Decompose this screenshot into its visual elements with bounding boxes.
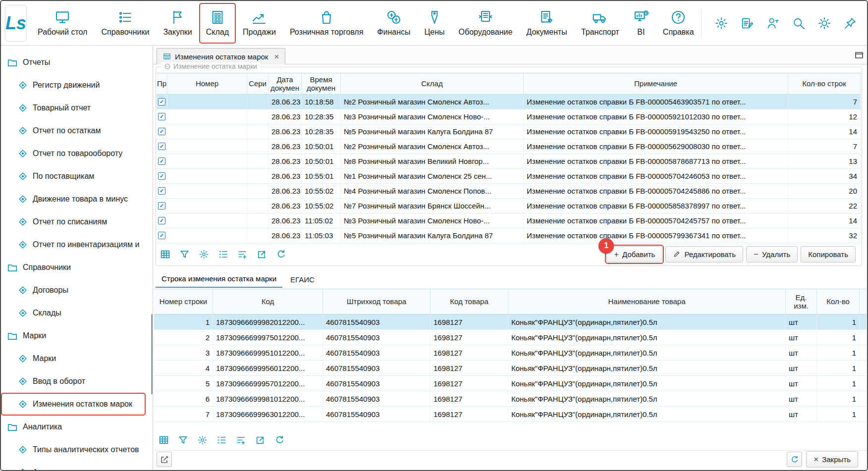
sidebar-item[interactable]: Отчет по списаниям bbox=[1, 210, 153, 233]
toolbar-item-help[interactable]: Справка bbox=[656, 3, 701, 44]
checkbox-cell[interactable]: ✓ bbox=[157, 154, 167, 168]
sidebar-item[interactable]: Товарный отчет bbox=[1, 97, 153, 119]
column-header[interactable]: Время докумен bbox=[302, 73, 341, 94]
sidebar-item[interactable]: Изменения остатков марок bbox=[1, 393, 146, 416]
refresh-button[interactable] bbox=[787, 452, 802, 467]
sidebar-group[interactable]: Аналитика bbox=[1, 416, 153, 438]
toolbar-item-finance[interactable]: Финансы bbox=[370, 3, 417, 44]
table-row[interactable]: ✓28.06.2310:55:01№1 Розничный магазин См… bbox=[157, 169, 861, 184]
topbar-user-icon[interactable] bbox=[766, 16, 780, 30]
sidebar-item[interactable]: Отчет по инвентаризациям и bbox=[1, 233, 153, 256]
settings-icon[interactable] bbox=[199, 249, 209, 260]
table-row[interactable]: 618730966699981012200...4607815540903169… bbox=[154, 391, 867, 407]
topbar-clipboard-icon[interactable] bbox=[740, 16, 754, 30]
table-settings-icon[interactable] bbox=[159, 435, 169, 445]
sidebar-group[interactable]: Отчеты bbox=[1, 51, 153, 74]
topbar-sun-icon[interactable] bbox=[817, 16, 831, 30]
row-checkbox[interactable]: ✓ bbox=[158, 143, 165, 150]
table-row[interactable]: ✓28.06.2310:28:35№3 Розничный магазин См… bbox=[157, 109, 861, 124]
groupbox-legend[interactable]: Изменение остатка марки bbox=[161, 62, 260, 70]
column-header[interactable]: Штрихкод товара bbox=[323, 289, 431, 314]
sidebar-item[interactable]: Регистр движений bbox=[1, 74, 153, 97]
sidebar-item[interactable]: Отчет по товарообороту bbox=[1, 142, 153, 165]
column-header[interactable]: Склад bbox=[341, 73, 524, 94]
sidebar-item[interactable]: Аналитические отчеты bbox=[1, 461, 153, 471]
checkbox-cell[interactable]: ✓ bbox=[157, 139, 167, 154]
table-row[interactable]: ✓28.06.2310:50:01№2 Розничный магазин См… bbox=[157, 139, 861, 154]
column-header[interactable]: Пр bbox=[157, 73, 167, 94]
toolbar-item-equipment[interactable]: Оборудование bbox=[452, 3, 520, 44]
toolbar-item-sales[interactable]: Продажи bbox=[236, 3, 283, 44]
row-checkbox[interactable]: ✓ bbox=[158, 157, 165, 165]
row-checkbox[interactable]: ✓ bbox=[158, 217, 165, 224]
checkbox-cell[interactable]: ✓ bbox=[157, 124, 167, 139]
sidebar-item[interactable]: По поставщикам bbox=[1, 165, 153, 188]
delete-button[interactable]: − Удалить bbox=[746, 246, 798, 262]
table-row[interactable]: ✓28.06.2310:50:01№8 Розничный магазин Ве… bbox=[157, 154, 861, 169]
table-row[interactable]: ✓28.06.2310:18:58№2 Розничный магазин См… bbox=[157, 95, 861, 109]
numbering-icon[interactable] bbox=[218, 249, 228, 260]
filter-icon[interactable] bbox=[178, 435, 188, 445]
sidebar-item[interactable]: Договоры bbox=[1, 279, 153, 302]
toolbar-item-catalogs[interactable]: Справочники bbox=[94, 3, 156, 44]
checkbox-cell[interactable]: ✓ bbox=[157, 95, 167, 109]
column-header[interactable]: Ед. изм. bbox=[786, 289, 817, 314]
column-header[interactable]: Наименование товара bbox=[508, 289, 786, 314]
maximize-icon[interactable] bbox=[854, 50, 864, 60]
sidebar-item[interactable]: Склады bbox=[1, 302, 153, 324]
toolbar-item-documents[interactable]: Документы bbox=[519, 3, 574, 44]
column-header[interactable]: Кол-во строк bbox=[788, 73, 861, 94]
row-checkbox[interactable]: ✓ bbox=[158, 202, 165, 209]
settings-icon[interactable] bbox=[197, 435, 208, 445]
sidebar-item[interactable]: Типы аналитических отчетов bbox=[1, 438, 153, 461]
grouping-icon[interactable] bbox=[236, 435, 246, 445]
row-checkbox[interactable]: ✓ bbox=[158, 187, 165, 195]
table-row[interactable]: ✓28.06.2310:28:35№5 Розничный магазин Ка… bbox=[157, 124, 861, 139]
sidebar-item[interactable]: Отчет по остаткам bbox=[1, 119, 153, 142]
table-row[interactable]: ✓28.06.2310:55:02№7 Розничный магазин Бр… bbox=[157, 199, 861, 213]
grouping-icon[interactable] bbox=[237, 249, 248, 260]
column-header[interactable]: Номер bbox=[167, 73, 247, 94]
sidebar-item[interactable]: Ввод в оборот bbox=[1, 370, 153, 393]
checkbox-cell[interactable]: ✓ bbox=[157, 169, 167, 183]
toolbar-item-prices[interactable]: Цены bbox=[417, 3, 451, 44]
open-external-icon[interactable] bbox=[255, 435, 266, 445]
refresh-icon[interactable] bbox=[274, 435, 285, 445]
column-header[interactable]: Дата докумен bbox=[269, 73, 302, 94]
copy-button[interactable]: Копировать bbox=[801, 246, 856, 262]
table-settings-icon[interactable] bbox=[160, 249, 170, 260]
tab-stroka-izmeneniya[interactable]: Строка изменения остатка марки bbox=[156, 271, 282, 288]
topbar-pin-icon[interactable] bbox=[843, 16, 857, 30]
sidebar-group[interactable]: Марки bbox=[1, 324, 153, 347]
toolbar-item-bi[interactable]: BI bbox=[626, 3, 656, 44]
table-row[interactable]: 418730966699956012200...4607815540903169… bbox=[154, 361, 867, 376]
toolbar-item-warehouse[interactable]: Склад bbox=[199, 3, 236, 44]
column-header[interactable]: Код товара bbox=[431, 289, 508, 314]
table-row[interactable]: ✓28.06.2310:55:02№4 Розничный магазин См… bbox=[157, 184, 861, 199]
open-external-icon[interactable] bbox=[257, 249, 267, 260]
sidebar-scrollbar-thumb[interactable] bbox=[151, 314, 153, 394]
row-checkbox[interactable]: ✓ bbox=[158, 98, 165, 105]
toolbar-item-retail[interactable]: Розничная торговля bbox=[283, 3, 370, 44]
edit-button[interactable]: Редактировать bbox=[665, 246, 743, 262]
toolbar-item-purchases[interactable]: Закупки bbox=[156, 3, 199, 44]
app-logo[interactable]: Ls bbox=[5, 5, 27, 42]
tab-egais[interactable]: ЕГАИС bbox=[284, 272, 321, 288]
row-checkbox[interactable]: ✓ bbox=[158, 172, 165, 180]
column-header[interactable]: Сери bbox=[247, 73, 269, 94]
column-header[interactable]: Примечание bbox=[524, 73, 788, 94]
table-row[interactable]: 718730966699963012200...4607815540903169… bbox=[154, 407, 867, 422]
checkbox-cell[interactable]: ✓ bbox=[157, 109, 167, 124]
collapse-icon[interactable] bbox=[164, 63, 171, 70]
sidebar-item[interactable]: Марки bbox=[1, 347, 153, 370]
checkbox-cell[interactable]: ✓ bbox=[157, 184, 167, 198]
checkbox-cell[interactable]: ✓ bbox=[157, 199, 167, 213]
row-checkbox[interactable]: ✓ bbox=[158, 232, 165, 239]
row-checkbox[interactable]: ✓ bbox=[158, 113, 165, 120]
checkbox-cell[interactable]: ✓ bbox=[157, 213, 167, 228]
table-row[interactable]: 318730966699951012200...4607815540903169… bbox=[154, 345, 867, 361]
filter-icon[interactable] bbox=[179, 249, 190, 260]
table-row[interactable]: ✓28.06.2311:05:03№5 Розничный магазин Ка… bbox=[157, 228, 861, 243]
tab-close-icon[interactable]: × bbox=[274, 52, 279, 61]
checkbox-cell[interactable]: ✓ bbox=[157, 228, 167, 243]
